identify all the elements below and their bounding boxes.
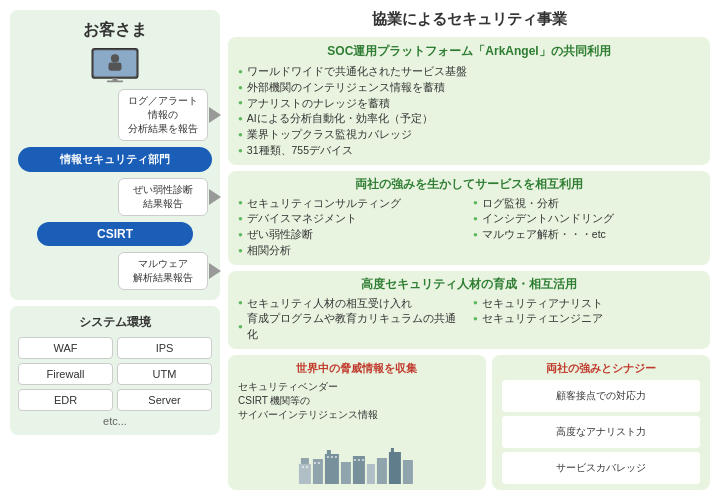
report3-box: マルウェア解析結果報告 (118, 252, 208, 290)
service-list-right: ログ監視・分析 インシデントハンドリング マルウェア解析・・・etc (473, 196, 700, 259)
service-bullet-l3: ぜい弱性診断 (238, 227, 465, 243)
customer-label: お客さま (83, 20, 147, 41)
left-panel: お客さま ログ／アラート情報の分析結果を報告 情報セキュリティ (10, 10, 220, 490)
service-list: セキュリティコンサルティング デバイスマネジメント ぜい弱性診断 相関分析 ログ… (238, 196, 700, 259)
soc-title: SOC運用プラットフォーム「ArkAngel」の共同利用 (238, 43, 700, 60)
svg-rect-27 (362, 459, 364, 461)
sys-env-section: システム環境 WAF IPS Firewall UTM EDR Server e… (10, 306, 220, 435)
strength-item-1: 顧客接点での対応力 (502, 380, 700, 412)
svg-rect-25 (354, 459, 356, 461)
sys-item-utm: UTM (117, 363, 212, 385)
report1-box: ログ／アラート情報の分析結果を報告 (118, 89, 208, 141)
svg-rect-20 (314, 462, 316, 464)
service-bullet-r3: マルウェア解析・・・etc (473, 227, 700, 243)
training-bullet-l1: セキュリティ人材の相互受け入れ (238, 296, 465, 312)
service-title: 両社の強みを生かしてサービスを相互利用 (238, 177, 700, 192)
sys-grid: WAF IPS Firewall UTM EDR Server (18, 337, 212, 411)
svg-rect-22 (327, 456, 329, 458)
svg-rect-13 (367, 464, 375, 484)
soc-bullet-6: 31種類、755デバイス (238, 143, 700, 159)
strength-item-3: サービスカバレッジ (502, 452, 700, 484)
csirt-badge: CSIRT (37, 222, 192, 246)
customer-section: お客さま ログ／アラート情報の分析結果を報告 情報セキュリティ (10, 10, 220, 300)
svg-rect-21 (318, 462, 320, 464)
svg-rect-24 (335, 456, 337, 458)
page-title: 協業によるセキュリティ事業 (228, 10, 710, 29)
soc-section: SOC運用プラットフォーム「ArkAngel」の共同利用 ワールドワイドで共通化… (228, 37, 710, 165)
service-list-left: セキュリティコンサルティング デバイスマネジメント ぜい弱性診断 相関分析 (238, 196, 465, 259)
report2-box: ぜい弱性診断結果報告 (118, 178, 208, 216)
svg-rect-17 (403, 460, 413, 484)
svg-rect-23 (331, 456, 333, 458)
right-panel: 協業によるセキュリティ事業 SOC運用プラットフォーム「ArkAngel」の共同… (228, 10, 710, 490)
training-bullet-r2: セキュリティエンジニア (473, 311, 700, 327)
training-list: セキュリティ人材の相互受け入れ 育成プログラムや教育カリキュラムの共通化 セキュ… (238, 296, 700, 343)
svg-rect-14 (377, 458, 387, 484)
service-section: 両社の強みを生かしてサービスを相互利用 セキュリティコンサルティング デバイスマ… (228, 171, 710, 265)
svg-rect-10 (327, 450, 331, 454)
service-bullet-l4: 相関分析 (238, 243, 465, 259)
threat-title: 世界中の脅威情報を収集 (238, 361, 476, 376)
soc-bullet-1: ワールドワイドで共通化されたサービス基盤 (238, 64, 700, 80)
sys-item-firewall: Firewall (18, 363, 113, 385)
soc-bullet-4: AIによる分析自動化・効率化（予定） (238, 111, 700, 127)
svg-rect-26 (358, 459, 360, 461)
service-bullet-r1: ログ監視・分析 (473, 196, 700, 212)
svg-rect-19 (306, 466, 308, 468)
svg-rect-6 (299, 464, 311, 484)
sys-item-ips: IPS (117, 337, 212, 359)
svg-rect-3 (108, 63, 121, 71)
training-bullet-r1: セキュリティアナリスト (473, 296, 700, 312)
service-bullet-l1: セキュリティコンサルティング (238, 196, 465, 212)
training-list-left: セキュリティ人材の相互受け入れ 育成プログラムや教育カリキュラムの共通化 (238, 296, 465, 343)
monitor-icon (90, 47, 140, 83)
svg-rect-15 (389, 452, 401, 484)
soc-bullet-list: ワールドワイドで共通化されたサービス基盤 外部機関のインテリジェンス情報を蓄積 … (238, 64, 700, 159)
threat-box: 世界中の脅威情報を収集 セキュリティベンダー CSIRT 機関等の サイバーイン… (228, 355, 486, 490)
training-bullet-l2: 育成プログラムや教育カリキュラムの共通化 (238, 311, 465, 343)
sys-item-server: Server (117, 389, 212, 411)
bottom-row: 世界中の脅威情報を収集 セキュリティベンダー CSIRT 機関等の サイバーイン… (228, 355, 710, 490)
svg-rect-7 (301, 458, 309, 464)
strength-item-2: 高度なアナリスト力 (502, 416, 700, 448)
soc-bullet-3: アナリストのナレッジを蓄積 (238, 96, 700, 112)
sys-etc: etc... (18, 415, 212, 427)
svg-rect-11 (341, 462, 351, 484)
svg-rect-9 (325, 454, 339, 484)
svg-point-2 (111, 54, 119, 62)
sys-item-waf: WAF (18, 337, 113, 359)
strength-title: 両社の強みとシナジー (502, 361, 700, 376)
city-skyline-icon (238, 444, 476, 484)
strength-box: 両社の強みとシナジー 顧客接点での対応力 高度なアナリスト力 サービスカバレッジ (492, 355, 710, 490)
svg-rect-16 (391, 448, 394, 452)
training-section: 高度セキュリティ人材の育成・相互活用 セキュリティ人材の相互受け入れ 育成プログ… (228, 271, 710, 349)
sys-env-title: システム環境 (18, 314, 212, 331)
service-bullet-r2: インシデントハンドリング (473, 211, 700, 227)
soc-bullet-2: 外部機関のインテリジェンス情報を蓄積 (238, 80, 700, 96)
svg-rect-5 (107, 81, 123, 83)
training-list-right: セキュリティアナリスト セキュリティエンジニア (473, 296, 700, 343)
training-title: 高度セキュリティ人材の育成・相互活用 (238, 277, 700, 292)
service-bullet-l2: デバイスマネジメント (238, 211, 465, 227)
threat-body: セキュリティベンダー CSIRT 機関等の サイバーインテリジェンス情報 (238, 380, 476, 422)
dept-badge: 情報セキュリティ部門 (18, 147, 212, 172)
sys-item-edr: EDR (18, 389, 113, 411)
svg-rect-18 (302, 466, 304, 468)
soc-bullet-5: 業界トップクラス監視カバレッジ (238, 127, 700, 143)
